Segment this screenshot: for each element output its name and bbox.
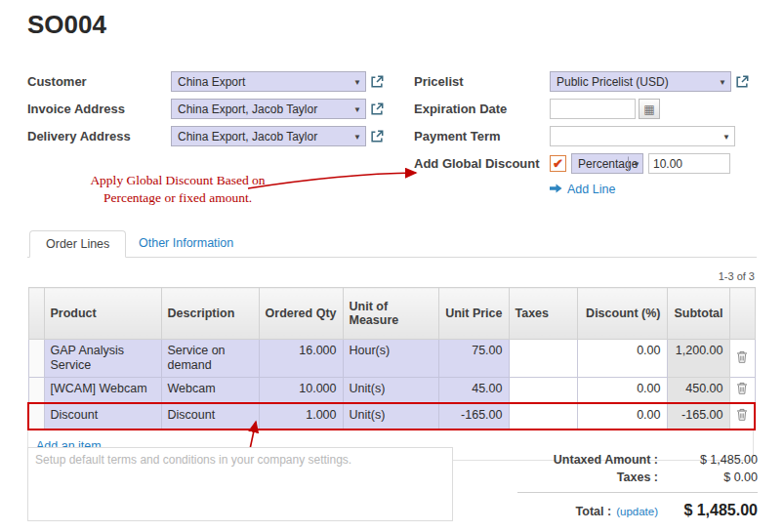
discount-type-select[interactable]: Percentage ▼: [571, 153, 643, 174]
delivery-address-label: Delivery Address: [27, 129, 171, 143]
cell-subtotal: 450.00: [667, 378, 729, 404]
add-line-button[interactable]: Add Line: [550, 183, 749, 196]
pricelist-select[interactable]: Public Pricelist (USD) ▼: [550, 71, 731, 92]
page-title: SO004: [27, 10, 106, 40]
expiration-date-input[interactable]: [550, 99, 636, 119]
cell-taxes[interactable]: [509, 340, 577, 378]
chevron-down-icon: ▼: [628, 156, 642, 171]
cell-unit-of-measure[interactable]: Hour(s): [343, 340, 438, 378]
customer-value: China Export: [178, 75, 245, 89]
row-drag-handle[interactable]: [28, 340, 44, 378]
add-line-label: Add Line: [567, 183, 615, 196]
totals-panel: Untaxed Amount : $ 1,485.00 Taxes : $ 0.…: [517, 451, 758, 521]
delete-row-icon[interactable]: [729, 378, 755, 404]
invoice-address-label: Invoice Address: [27, 102, 171, 116]
invoice-address-select[interactable]: China Export, Jacob Taylor ▼: [171, 99, 366, 119]
untaxed-amount-value: $ 1,485.00: [658, 453, 758, 467]
arrow-right-icon: [550, 183, 562, 196]
col-ordered-qty: Ordered Qty: [259, 288, 343, 340]
chevron-down-icon: ▼: [719, 77, 726, 86]
cell-description[interactable]: Service on demand: [161, 340, 259, 378]
terms-conditions-input[interactable]: [27, 447, 453, 521]
discount-amount-input[interactable]: [648, 153, 730, 174]
tab-order-lines[interactable]: Order Lines: [29, 230, 126, 258]
external-link-icon[interactable]: [370, 75, 384, 89]
total-label: Total :: [576, 505, 612, 518]
order-lines-table: Product Description Ordered Qty Unit of …: [27, 287, 754, 461]
cell-discount[interactable]: 0.00: [577, 378, 667, 404]
table-row: GAP Analysis Service Service on demand 1…: [28, 340, 755, 378]
chevron-down-icon: ▼: [722, 132, 730, 141]
chevron-down-icon: ▼: [353, 77, 361, 86]
sale-order-form: SO004 Customer China Export ▼ Invoice Ad…: [0, 0, 784, 532]
taxes-label: Taxes :: [617, 471, 658, 484]
form-right-column: Pricelist Public Pricelist (USD) ▼ Expir…: [414, 70, 749, 196]
cell-taxes[interactable]: [509, 403, 577, 430]
global-discount-label: Add Global Discount: [414, 156, 550, 171]
total-value: $ 1,485.00: [658, 502, 758, 519]
pricelist-label: Pricelist: [414, 74, 550, 89]
external-link-icon[interactable]: [370, 102, 384, 116]
customer-select[interactable]: China Export ▼: [171, 71, 366, 92]
global-discount-checkbox[interactable]: ✔: [550, 155, 566, 172]
calendar-icon[interactable]: ▦: [639, 99, 660, 119]
cell-description[interactable]: Discount: [161, 403, 259, 430]
payment-term-select[interactable]: ▼: [550, 126, 735, 146]
annotation-global-discount: Apply Global Discount Based on Percentag…: [80, 172, 275, 206]
col-taxes: Taxes: [509, 288, 577, 340]
col-discount: Discount (%): [577, 288, 667, 340]
handle-header: [28, 288, 44, 340]
cell-product[interactable]: GAP Analysis Service: [44, 340, 161, 378]
cell-subtotal: 1,200.00: [667, 340, 729, 378]
col-subtotal: Subtotal: [667, 288, 729, 340]
cell-product[interactable]: Discount: [44, 403, 161, 430]
cell-ordered-qty[interactable]: 16.000: [259, 340, 343, 378]
external-link-icon[interactable]: [735, 75, 749, 89]
cell-subtotal: -165.00: [667, 403, 729, 430]
col-product: Product: [44, 288, 161, 340]
form-left-column: Customer China Export ▼ Invoice Address …: [27, 70, 384, 152]
invoice-address-value: China Export, Jacob Taylor: [178, 102, 317, 116]
table-row: [WCAM] Webcam Webcam 10.000 Unit(s) 45.0…: [28, 378, 755, 404]
delete-row-icon[interactable]: [729, 403, 755, 430]
untaxed-amount-label: Untaxed Amount :: [554, 453, 658, 467]
cell-unit-of-measure[interactable]: Unit(s): [343, 378, 438, 404]
cell-ordered-qty[interactable]: 10.000: [259, 378, 343, 404]
cell-description[interactable]: Webcam: [161, 378, 259, 404]
row-drag-handle[interactable]: [28, 378, 44, 404]
cell-discount[interactable]: 0.00: [577, 340, 667, 378]
col-unit-of-measure: Unit of Measure: [343, 288, 438, 340]
cell-unit-price[interactable]: 45.00: [438, 378, 509, 404]
cell-unit-of-measure[interactable]: Unit(s): [343, 403, 438, 430]
row-drag-handle[interactable]: [28, 403, 44, 430]
chevron-down-icon: ▼: [353, 132, 361, 141]
cell-ordered-qty[interactable]: 1.000: [259, 403, 343, 430]
customer-label: Customer: [27, 74, 171, 89]
pricelist-value: Public Pricelist (USD): [557, 75, 669, 89]
payment-term-label: Payment Term: [414, 129, 550, 143]
delivery-address-select[interactable]: China Export, Jacob Taylor ▼: [171, 126, 366, 146]
delivery-address-value: China Export, Jacob Taylor: [178, 130, 317, 143]
tab-other-information[interactable]: Other Information: [125, 229, 247, 257]
table-header-row: Product Description Ordered Qty Unit of …: [28, 288, 755, 340]
col-actions: [729, 288, 755, 340]
update-total-link[interactable]: (update): [616, 506, 658, 517]
chevron-down-icon: ▼: [353, 104, 361, 113]
taxes-value: $ 0.00: [658, 471, 758, 484]
notebook-tabs: Order Lines Other Information: [27, 229, 757, 258]
col-description: Description: [161, 288, 259, 340]
cell-taxes[interactable]: [509, 378, 577, 404]
cell-unit-price[interactable]: -165.00: [438, 403, 509, 430]
cell-unit-price[interactable]: 75.00: [438, 340, 509, 378]
pager: 1-3 of 3: [719, 270, 755, 282]
delete-row-icon[interactable]: [729, 340, 755, 378]
expiration-date-label: Expiration Date: [414, 102, 550, 116]
cell-discount[interactable]: 0.00: [577, 403, 667, 430]
external-link-icon[interactable]: [370, 130, 384, 143]
col-unit-price: Unit Price: [438, 288, 509, 340]
table-row-discount: Discount Discount 1.000 Unit(s) -165.00 …: [28, 403, 755, 430]
cell-product[interactable]: [WCAM] Webcam: [44, 378, 161, 404]
